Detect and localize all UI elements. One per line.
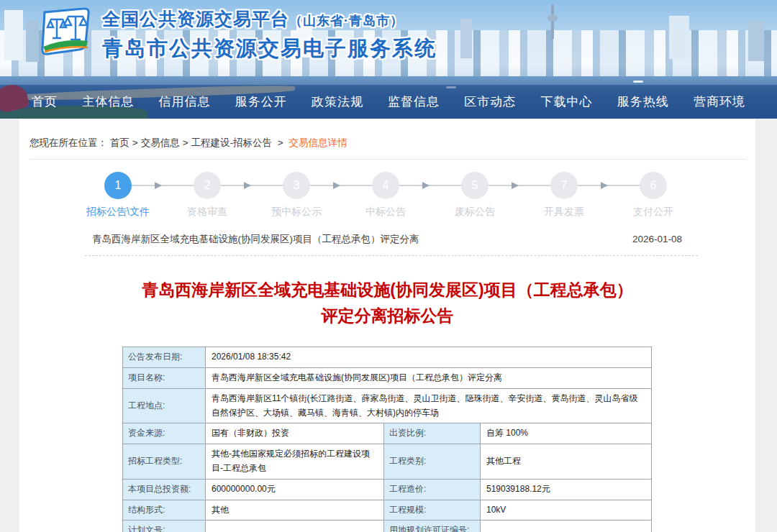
site-brand: 全国公共资源交易平台（山东省·青岛市） 青岛市公共资源交易电子服务系统 <box>36 4 437 63</box>
field-label: 招标工程类型: <box>123 444 206 480</box>
page-background: 您现在所在位置： 首页>交易信息>工程建设-招标公告 > 交易信息详情 1招标公… <box>0 119 777 532</box>
system-title: 青岛市公共资源交易电子服务系统 <box>102 35 437 63</box>
listing-date: 2026-01-08 <box>632 234 682 244</box>
field-label: 结构形式: <box>123 500 206 520</box>
step-中标公告[interactable]: 4中标公告 <box>341 172 430 219</box>
step-label: 支付公开 <box>609 206 698 219</box>
table-row: 公告发布日期:2026/01/08 18:35:42 <box>123 347 652 368</box>
platform-title: 全国公共资源交易平台（山东省·青岛市） <box>102 7 437 31</box>
field-label: 工程造价: <box>384 479 481 500</box>
field-label: 计划文号: <box>123 520 206 532</box>
field-label: 资金来源: <box>123 423 206 444</box>
field-label: 项目名称: <box>123 368 206 389</box>
field-value: 600000000.00元 <box>206 479 384 500</box>
field-label: 用地规划许可证编号: <box>384 520 481 532</box>
step-开具发票[interactable]: 7开具发票 <box>519 172 609 219</box>
field-value: 其他工程 <box>481 444 652 480</box>
breadcrumb-separator: > <box>132 137 138 148</box>
listing-row[interactable]: 青岛西海岸新区全域充电基础设施(协同发展区)项目（工程总承包）评定分离 2026… <box>85 229 698 256</box>
site-logo <box>36 6 94 61</box>
field-label: 本项目总投资额: <box>123 479 206 500</box>
nav-item-信用信息[interactable]: 信用信息 <box>158 93 210 110</box>
step-circle[interactable]: 4 <box>372 172 399 199</box>
breadcrumb-current: 交易信息详情 <box>288 137 347 148</box>
field-value: 自筹 100% <box>481 423 652 444</box>
step-label: 资格审查 <box>163 206 252 219</box>
step-circle[interactable]: 7 <box>550 172 578 199</box>
table-row: 计划文号:用地规划许可证编号: <box>123 520 652 532</box>
nav-item-服务公开[interactable]: 服务公开 <box>235 93 287 110</box>
step-label: 开具发票 <box>519 206 609 219</box>
field-label: 出资比例: <box>384 423 481 444</box>
field-value: 青岛西海岸新区全域充电基础设施(协同发展区)项目（工程总承包）评定分离 <box>206 368 652 389</box>
nav-item-首页[interactable]: 首页 <box>32 93 58 110</box>
step-circle[interactable]: 3 <box>283 172 310 199</box>
breadcrumb-divider <box>29 159 746 160</box>
content-card: 您现在所在位置： 首页>交易信息>工程建设-招标公告 > 交易信息详情 1招标公… <box>19 119 755 532</box>
breadcrumb-separator: > <box>278 137 283 148</box>
step-label: 预中标公示 <box>252 206 341 219</box>
boat-shape <box>633 81 643 83</box>
table-row: 项目名称:青岛西海岸新区全域充电基础设施(协同发展区)项目（工程总承包）评定分离 <box>123 368 652 389</box>
nav-item-政策法规[interactable]: 政策法规 <box>312 93 363 110</box>
field-value: 其他-其他国家规定必须招标的工程建设项目-工程总承包 <box>206 444 384 480</box>
field-value: 其他 <box>206 500 384 520</box>
field-label: 公告发布日期: <box>123 347 206 368</box>
table-row: 结构形式:其他工程规模:10kV <box>123 500 652 520</box>
site-banner: 全国公共资源交易平台（山东省·青岛市） 青岛市公共资源交易电子服务系统 首页主体… <box>0 0 777 119</box>
listing-project-link[interactable]: 青岛西海岸新区全域充电基础设施(协同发展区)项目（工程总承包）评定分离 <box>92 233 419 246</box>
breadcrumb-link[interactable]: 交易信息 <box>141 137 180 148</box>
step-预中标公示[interactable]: 3预中标公示 <box>252 172 341 219</box>
building-shape <box>4 10 23 60</box>
nav-item-主体信息[interactable]: 主体信息 <box>82 93 134 110</box>
announcement-title: 青岛西海岸新区全域充电基础设施(协同发展区)项目（工程总承包）评定分离招标公告 <box>140 278 636 329</box>
field-label: 工程规模: <box>384 500 481 520</box>
nav-item-营商环境[interactable]: 营商环境 <box>694 93 745 110</box>
field-value: 青岛西海岸新区11个镇街(长江路街道、薛家岛街道、灵山卫街道、隐珠街道、辛安街道… <box>206 388 652 423</box>
step-招标公告\文件[interactable]: 1招标公告\文件 <box>73 172 163 219</box>
breadcrumb-link[interactable]: 首页 <box>110 137 130 148</box>
breadcrumb: 您现在所在位置： 首页>交易信息>工程建设-招标公告 > 交易信息详情 <box>19 119 755 150</box>
field-value <box>206 520 384 532</box>
step-支付公开[interactable]: 6支付公开 <box>609 172 698 219</box>
breadcrumb-link[interactable]: 工程建设-招标公告 <box>191 137 273 148</box>
field-value: 10kV <box>481 500 652 520</box>
breadcrumb-separator: > <box>183 137 188 148</box>
step-废标公告[interactable]: 5废标公告 <box>430 172 519 219</box>
building-shape <box>748 22 764 61</box>
step-label: 中标公告 <box>341 206 430 219</box>
platform-title-region: （山东省·青岛市） <box>289 14 404 28</box>
building-shape <box>460 19 472 58</box>
step-circle[interactable]: 6 <box>640 172 667 199</box>
tv-tower-shape <box>551 4 554 39</box>
field-value <box>481 520 652 532</box>
step-circle[interactable]: 1 <box>104 172 132 199</box>
nav-item-下载中心[interactable]: 下载中心 <box>541 93 593 110</box>
breadcrumb-prefix: 您现在所在位置： <box>29 137 107 148</box>
field-label: 工程类别: <box>384 444 481 480</box>
step-label: 废标公告 <box>430 206 519 219</box>
field-value: 国有（非财政）投资 <box>206 423 384 444</box>
step-circle[interactable]: 2 <box>194 172 221 199</box>
tv-tower-shape <box>547 14 558 22</box>
nav-item-服务热线[interactable]: 服务热线 <box>617 93 669 110</box>
progress-steps: 1招标公告\文件2资格审查3预中标公示4中标公告5废标公告7开具发票6支付公开 <box>73 172 755 219</box>
info-table: 公告发布日期:2026/01/08 18:35:42项目名称:青岛西海岸新区全域… <box>122 347 652 532</box>
table-row: 资金来源:国有（非财政）投资出资比例:自筹 100% <box>123 423 652 444</box>
step-label: 招标公告\文件 <box>73 206 163 219</box>
field-label: 工程地点: <box>123 388 206 423</box>
platform-title-main: 全国公共资源交易平台 <box>102 9 289 29</box>
nav-item-监督信息[interactable]: 监督信息 <box>388 93 440 110</box>
step-circle[interactable]: 5 <box>461 172 489 199</box>
table-row: 工程地点:青岛西海岸新区11个镇街(长江路街道、薛家岛街道、灵山卫街道、隐珠街道… <box>123 388 652 423</box>
main-nav: 首页主体信息信用信息服务公开政策法规监督信息区市动态下载中心服务热线营商环境 <box>0 85 777 119</box>
step-资格审查[interactable]: 2资格审查 <box>163 172 252 219</box>
table-row: 本项目总投资额:600000000.00元工程造价:519039188.12元 <box>123 479 652 500</box>
breadcrumb-trail: 首页>交易信息>工程建设-招标公告 <box>110 137 272 148</box>
table-row: 招标工程类型:其他-其他国家规定必须招标的工程建设项目-工程总承包工程类别:其他… <box>123 444 652 480</box>
field-value: 2026/01/08 18:35:42 <box>206 347 652 368</box>
nav-item-区市动态[interactable]: 区市动态 <box>464 93 516 110</box>
building-shape <box>669 16 689 59</box>
field-value: 519039188.12元 <box>481 479 652 500</box>
